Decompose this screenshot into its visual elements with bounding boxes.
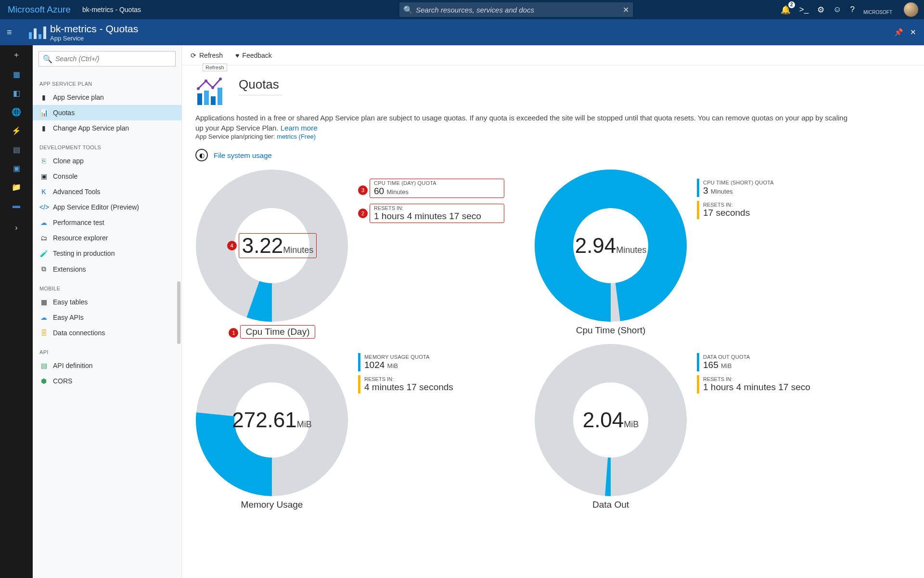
avatar[interactable] xyxy=(904,2,918,17)
cors-icon: ⬢ xyxy=(39,377,48,385)
feedback-button[interactable]: ♥Feedback xyxy=(235,52,272,59)
svg-rect-9 xyxy=(204,91,209,105)
clear-search-icon[interactable]: ✕ xyxy=(623,5,629,14)
menu-group-label: MOBILE xyxy=(33,277,181,294)
explorer-icon: 🗂 xyxy=(39,234,48,242)
rail-cube-icon[interactable]: ◧ xyxy=(0,89,33,98)
file-system-usage-link[interactable]: File system usage xyxy=(214,151,272,159)
quota-donut-chart: 2.94Minutes xyxy=(534,169,687,322)
create-resource-icon[interactable]: ＋ xyxy=(0,50,33,60)
cloud-shell-icon[interactable]: >_ xyxy=(799,5,808,14)
resource-rail: ＋ ▦ ◧ 🌐 ⚡ ▤ ▣ 📁 ▬ › xyxy=(0,45,33,578)
menu-item-app-service-plan[interactable]: ▮App Service plan xyxy=(33,90,181,105)
quota-cell: 2.04MiB Data Out DATA OUT QUOTA165 MiB R… xyxy=(534,343,871,510)
data-icon: 🗄 xyxy=(39,329,48,337)
annotation-badge: 2 xyxy=(358,209,368,218)
perf-icon: ☁ xyxy=(39,219,48,226)
menu-search[interactable]: 🔍 xyxy=(38,51,176,66)
svg-rect-1 xyxy=(34,28,37,39)
rail-globe-icon[interactable]: 🌐 xyxy=(0,107,33,117)
help-icon[interactable]: ? xyxy=(850,5,855,14)
top-icons: 🔔2 >_ ⚙ ☺ ? MICROSOFT xyxy=(781,0,918,19)
tooltip: Refresh xyxy=(203,64,227,71)
menu-item-change-plan[interactable]: ▮Change App Service plan xyxy=(33,120,181,136)
account-label[interactable]: MICROSOFT xyxy=(863,4,892,15)
menu-item-performance-test[interactable]: ☁Performance test xyxy=(33,215,181,230)
svg-point-5 xyxy=(205,79,207,82)
menu-item-advanced-tools[interactable]: KAdvanced Tools xyxy=(33,184,181,199)
search-icon: 🔍 xyxy=(43,54,52,64)
tier-link[interactable]: metrics (Free) xyxy=(277,133,316,140)
quota-value: 2.04MiB xyxy=(583,408,639,432)
quota-cell: 2.94Minutes Cpu Time (Short) CPU TIME (S… xyxy=(534,169,871,339)
menu-item-resource-explorer[interactable]: 🗂Resource explorer xyxy=(33,230,181,246)
annotation-badge: 1 xyxy=(229,328,238,338)
svg-rect-11 xyxy=(218,88,222,105)
search-input[interactable] xyxy=(416,6,623,14)
blade-title-wrap: bk-metrics - Quotas App Service xyxy=(50,23,138,42)
rail-sql-icon[interactable]: ▬ xyxy=(0,201,33,210)
menu-item-clone-app[interactable]: ⎘Clone app xyxy=(33,153,181,169)
quota-name: Cpu Time (Day) xyxy=(240,325,315,339)
rail-function-icon[interactable]: ⚡ xyxy=(0,126,33,135)
quota-reset-box: RESETS IN:1 hours 4 minutes 17 seco xyxy=(370,204,504,223)
rail-expand-icon[interactable]: › xyxy=(0,223,33,232)
tables-icon: ▦ xyxy=(39,298,48,306)
search-icon: 🔍 xyxy=(403,5,413,14)
refresh-button[interactable]: ⟳Refresh xyxy=(191,52,223,59)
menu-item-data-connections[interactable]: 🗄Data connections xyxy=(33,325,181,341)
menu-group-label: DEVELOPMENT TOOLS xyxy=(33,136,181,153)
menu-item-api-definition[interactable]: ▤API definition xyxy=(33,358,181,373)
quotas-hero-icon xyxy=(195,77,229,106)
menu-item-extensions[interactable]: ⧉Extensions xyxy=(33,261,181,277)
svg-rect-10 xyxy=(211,96,216,105)
menu-search-input[interactable] xyxy=(55,55,171,63)
quota-value: 272.61MiB xyxy=(232,408,312,432)
quota-limit-box: CPU TIME (SHORT) QUOTA3 Minutes xyxy=(697,179,778,197)
menu-item-easy-tables[interactable]: ▦Easy tables xyxy=(33,294,181,310)
menu-item-console[interactable]: ▣Console xyxy=(33,169,181,184)
rail-folder-icon[interactable]: 📁 xyxy=(0,183,33,192)
svg-point-7 xyxy=(219,78,222,80)
menu-item-quotas[interactable]: 📊Quotas xyxy=(33,105,181,120)
menu-item-cors[interactable]: ⬢CORS xyxy=(33,373,181,389)
svg-rect-0 xyxy=(29,32,32,39)
quota-value: 3.22Minutes xyxy=(239,233,317,258)
blade-header: ≡ bk-metrics - Quotas App Service 📌 ✕ xyxy=(0,19,924,45)
global-search[interactable]: 🔍 ✕ xyxy=(399,2,633,17)
scrollbar-thumb[interactable] xyxy=(177,281,180,344)
notifications-icon[interactable]: 🔔2 xyxy=(781,5,791,15)
menu-group-label: API xyxy=(33,341,181,358)
rail-dashboard-icon[interactable]: ▦ xyxy=(0,70,33,79)
gauge-icon: ◐ xyxy=(195,149,208,161)
tools-icon: K xyxy=(39,188,48,196)
heart-icon: ♥ xyxy=(235,52,239,59)
svg-rect-3 xyxy=(43,26,46,39)
breadcrumb[interactable]: bk-metrics - Quotas xyxy=(82,6,141,13)
apidef-icon: ▤ xyxy=(39,362,48,369)
quotas-icon: 📊 xyxy=(39,109,48,117)
feedback-icon[interactable]: ☺ xyxy=(833,5,841,14)
menu-item-easy-apis[interactable]: ☁Easy APIs xyxy=(33,310,181,325)
quota-reset-box: RESETS IN:1 hours 4 minutes 17 seco xyxy=(697,375,814,394)
hamburger-icon[interactable]: ≡ xyxy=(7,27,26,38)
menu-item-app-service-editor[interactable]: </>App Service Editor (Preview) xyxy=(33,199,181,215)
quota-reset-box: RESETS IN:4 minutes 17 seconds xyxy=(358,375,457,394)
quota-value: 2.94Minutes xyxy=(575,234,647,257)
rail-storage-icon[interactable]: ▤ xyxy=(0,145,33,154)
test-icon: 🧪 xyxy=(39,250,48,257)
pin-icon[interactable]: 📌 xyxy=(894,28,903,37)
change-plan-icon: ▮ xyxy=(39,124,48,132)
rail-monitor-icon[interactable]: ▣ xyxy=(0,164,33,173)
apis-icon: ☁ xyxy=(39,314,48,321)
extensions-icon: ⧉ xyxy=(39,265,48,273)
quota-limit-box: MEMORY USAGE QUOTA1024 MiB xyxy=(358,353,457,371)
brand[interactable]: Microsoft Azure xyxy=(0,4,78,15)
close-blade-icon[interactable]: ✕ xyxy=(910,28,916,37)
menu-item-testing-production[interactable]: 🧪Testing in production xyxy=(33,246,181,261)
settings-icon[interactable]: ⚙ xyxy=(817,5,824,15)
learn-more-link[interactable]: Learn more xyxy=(281,124,318,132)
command-bar: ⟳Refresh ♥Feedback Refresh xyxy=(182,45,924,66)
quota-cell: 272.61MiB Memory Usage MEMORY USAGE QUOT… xyxy=(195,343,532,510)
annotation-badge: 3 xyxy=(358,185,368,195)
